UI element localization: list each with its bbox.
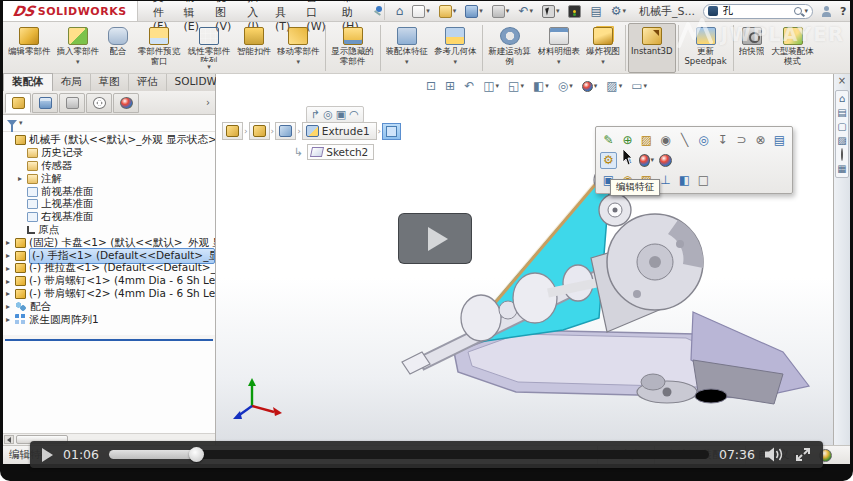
- help-button[interactable]: ?: [840, 5, 846, 18]
- tree-item[interactable]: ▸ (-) 手指<1> (Default<<Default>_显示状态 1>): [3, 249, 215, 262]
- command-button[interactable]: 插入零部件 ▾: [54, 23, 103, 73]
- panel-tab[interactable]: [86, 93, 112, 113]
- dropdown-caret[interactable]: ▾: [520, 80, 524, 92]
- context-tool-icon[interactable]: ╲: [676, 132, 693, 149]
- filter-icon[interactable]: [7, 120, 17, 126]
- tree-item[interactable]: 传感器: [3, 160, 215, 173]
- quick-access-button[interactable]: ⚙ ▾: [608, 3, 629, 19]
- dropdown-caret[interactable]: ▾: [207, 63, 211, 71]
- tree-item[interactable]: 机械手 (默认<<默认>_外观 显示状态>): [3, 134, 215, 147]
- search-dropdown-caret[interactable]: ▾: [805, 7, 809, 15]
- command-button[interactable]: 智能扣件: [234, 23, 274, 73]
- view-tool-button[interactable]: ↶: [462, 79, 476, 93]
- dropdown-caret[interactable]: ▾: [405, 58, 409, 66]
- quick-access-button[interactable]: ▾: [409, 3, 433, 20]
- breadcrumb-selected-chip[interactable]: [382, 123, 401, 140]
- ribbon-tab[interactable]: 草图: [91, 74, 129, 91]
- command-button[interactable]: 爆炸视图 ▾: [583, 23, 623, 73]
- context-tool-icon[interactable]: ▾: [638, 152, 655, 169]
- command-button[interactable]: 参考几何体 ▾: [431, 23, 480, 73]
- ribbon-tab[interactable]: 评估: [129, 74, 167, 91]
- dropdown-caret[interactable]: ▾: [453, 7, 457, 15]
- dropdown-caret[interactable]: ▾: [296, 58, 300, 66]
- dropdown-caret[interactable]: ▾: [601, 58, 605, 66]
- dropdown-caret[interactable]: ▾: [619, 80, 623, 92]
- breadcrumb-chip[interactable]: [249, 122, 270, 140]
- context-tool-icon[interactable]: ✎: [600, 132, 617, 149]
- mini-tool-icon[interactable]: ▣: [336, 108, 346, 121]
- context-tool-icon[interactable]: ◧: [676, 172, 693, 189]
- view-tool-button[interactable]: ⊡: [424, 79, 438, 93]
- dropdown-caret[interactable]: ▾: [557, 58, 561, 66]
- view-tool-button[interactable]: ◧ ▾: [531, 79, 551, 93]
- context-tool-icon[interactable]: ↧: [714, 132, 731, 149]
- scroll-left-button[interactable]: [4, 435, 14, 444]
- dropdown-caret[interactable]: ▾: [506, 7, 510, 15]
- command-button[interactable]: 大型装配体模式: [768, 23, 818, 73]
- volume-icon[interactable]: [765, 447, 785, 462]
- dropdown-caret[interactable]: ▾: [545, 80, 549, 92]
- command-button[interactable]: 新建运动算例: [485, 23, 535, 73]
- tree-item[interactable]: ▸ 注解: [3, 172, 215, 185]
- dropdown-caret[interactable]: ▾: [496, 80, 500, 92]
- dropdown-caret[interactable]: ▾: [556, 7, 560, 15]
- mini-tool-icon[interactable]: ◎: [323, 108, 333, 121]
- tree-item[interactable]: 右视基准面: [3, 211, 215, 224]
- quick-access-button[interactable]: ▾: [436, 3, 460, 20]
- dropdown-caret[interactable]: ▾: [594, 80, 598, 92]
- view-tool-button[interactable]: ▭ ▾: [629, 79, 649, 93]
- panel-tab[interactable]: [32, 93, 58, 113]
- tree-item[interactable]: 前视基准面: [3, 185, 215, 198]
- context-tool-icon[interactable]: ⊗: [752, 132, 769, 149]
- context-tool-icon[interactable]: □: [695, 172, 712, 189]
- context-tool-icon[interactable]: ⚙: [600, 152, 617, 169]
- video-play-overlay-button[interactable]: [398, 213, 472, 264]
- expander-icon[interactable]: ▸: [6, 302, 15, 311]
- context-tool-icon[interactable]: [657, 152, 674, 169]
- seek-handle[interactable]: [189, 447, 204, 462]
- panel-tab[interactable]: [5, 93, 31, 113]
- task-pane-tab[interactable]: ▢: [837, 122, 846, 132]
- view-tool-button[interactable]: ◱ ▾: [506, 79, 526, 93]
- expander-icon[interactable]: ▸: [6, 264, 15, 273]
- tree-item[interactable]: 上视基准面: [3, 198, 215, 211]
- seek-bar[interactable]: [109, 450, 709, 459]
- dropdown-caret[interactable]: ▾: [76, 58, 80, 66]
- task-pane-tab[interactable]: ▤: [837, 108, 846, 118]
- graphics-viewport[interactable]: ⊡ ⊞ ↶: [216, 74, 833, 445]
- panel-tab[interactable]: [59, 93, 85, 113]
- command-button[interactable]: 显示隐藏的零部件: [328, 23, 378, 73]
- command-button[interactable]: 更新 Speedpak: [681, 23, 731, 73]
- view-tool-button[interactable]: ▾: [580, 79, 600, 93]
- login-user-icon[interactable]: [821, 6, 832, 17]
- task-pane-tab[interactable]: ⌂: [839, 94, 845, 104]
- expander-icon[interactable]: ▸: [6, 277, 15, 286]
- sketch-chip[interactable]: Sketch2: [307, 144, 374, 160]
- mini-tool-icon[interactable]: ↱: [311, 108, 320, 121]
- view-tool-button[interactable]: ▨ ▾: [604, 79, 624, 93]
- view-tool-button[interactable]: ⊞: [443, 79, 457, 93]
- context-tool-icon[interactable]: ⊃: [733, 132, 750, 149]
- quick-access-button[interactable]: ⌂: [393, 3, 407, 19]
- dropdown-caret[interactable]: ▾: [529, 7, 533, 15]
- dropdown-caret[interactable]: ▾: [479, 7, 483, 15]
- tree-item[interactable]: ▸ (-) 带肩螺钉<2> (4mm Dia - 6 Sh Len<< 4mm …: [3, 288, 215, 301]
- command-button[interactable]: 线性零部件阵列 ▾: [184, 23, 234, 73]
- filter-dropdown-caret[interactable]: ▾: [19, 119, 23, 127]
- dropdown-caret[interactable]: ▾: [643, 80, 647, 92]
- tree-item[interactable]: ▸ 派生圆周阵列1: [3, 313, 215, 326]
- view-tool-button[interactable]: ◫ ▾: [481, 79, 501, 93]
- context-tool-icon[interactable]: ◎: [695, 132, 712, 149]
- breadcrumb-feature-chip[interactable]: Extrude1: [302, 122, 377, 140]
- tree-item[interactable]: 历史记录: [3, 147, 215, 160]
- context-tool-icon[interactable]: ⊕: [619, 132, 636, 149]
- quick-access-button[interactable]: ▾: [462, 3, 486, 20]
- task-pane-tab[interactable]: ▦: [837, 164, 846, 174]
- breadcrumb-chip[interactable]: [222, 122, 243, 140]
- expander-icon[interactable]: ▸: [6, 251, 15, 260]
- command-button[interactable]: 移动零部件 ▾: [274, 23, 323, 73]
- expander-icon[interactable]: ▸: [6, 238, 15, 247]
- context-tool-icon[interactable]: ▤: [771, 132, 788, 149]
- command-button[interactable]: 拍快照: [736, 23, 768, 73]
- command-button[interactable]: 编辑零部件: [5, 23, 54, 73]
